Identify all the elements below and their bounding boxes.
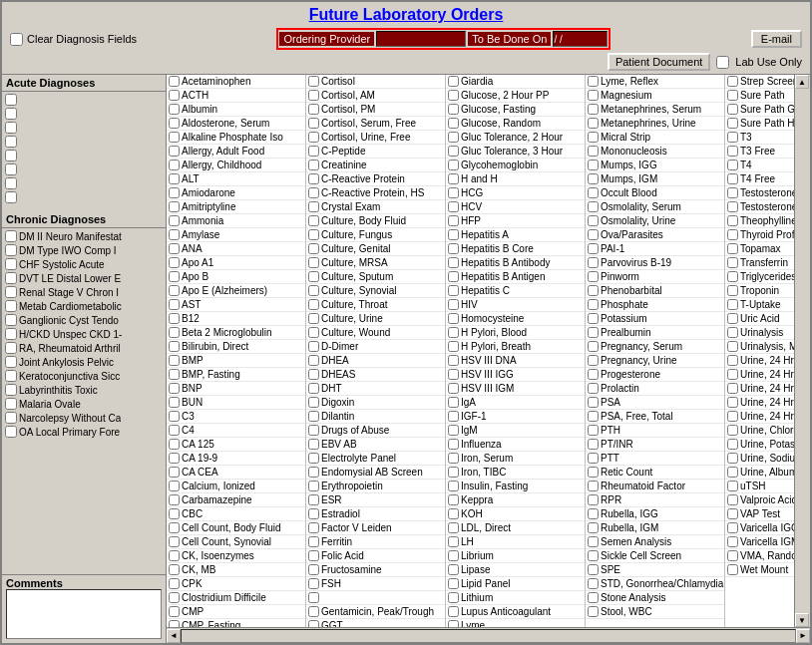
order-checkbox[interactable]	[727, 508, 738, 519]
order-checkbox[interactable]	[448, 257, 459, 268]
chronic-checkbox[interactable]	[5, 314, 17, 326]
order-checkbox[interactable]	[588, 564, 599, 575]
order-checkbox[interactable]	[308, 215, 319, 226]
order-checkbox[interactable]	[169, 243, 180, 254]
to-be-done-input[interactable]	[553, 31, 608, 47]
order-checkbox[interactable]	[448, 606, 459, 617]
scroll-right-button[interactable]: ►	[796, 629, 810, 643]
order-checkbox[interactable]	[448, 118, 459, 129]
order-checkbox[interactable]	[588, 425, 599, 436]
chronic-checkbox[interactable]	[5, 244, 17, 256]
order-checkbox[interactable]	[727, 215, 738, 226]
order-checkbox[interactable]	[169, 467, 180, 478]
order-checkbox[interactable]	[588, 383, 599, 394]
order-checkbox[interactable]	[169, 285, 180, 296]
order-checkbox[interactable]	[308, 187, 319, 198]
clear-checkbox[interactable]	[10, 33, 23, 46]
order-checkbox[interactable]	[169, 453, 180, 464]
order-checkbox[interactable]	[308, 467, 319, 478]
order-checkbox[interactable]	[308, 299, 319, 310]
order-checkbox[interactable]	[169, 118, 180, 129]
order-checkbox[interactable]	[588, 173, 599, 184]
order-checkbox[interactable]	[308, 173, 319, 184]
order-checkbox[interactable]	[308, 160, 319, 170]
order-checkbox[interactable]	[308, 564, 319, 575]
order-checkbox[interactable]	[308, 90, 319, 101]
order-checkbox[interactable]	[448, 453, 459, 464]
email-button[interactable]: E-mail	[751, 30, 802, 48]
order-checkbox[interactable]	[727, 118, 738, 129]
order-checkbox[interactable]	[727, 132, 738, 143]
chronic-checkbox[interactable]	[5, 272, 17, 284]
order-checkbox[interactable]	[588, 327, 599, 338]
order-checkbox[interactable]	[727, 439, 738, 450]
order-checkbox[interactable]	[169, 592, 180, 603]
order-checkbox[interactable]	[308, 285, 319, 296]
order-checkbox[interactable]	[448, 146, 459, 157]
order-checkbox[interactable]	[169, 508, 180, 519]
scroll-down-button[interactable]: ▼	[795, 613, 809, 627]
order-checkbox[interactable]	[448, 215, 459, 226]
order-checkbox[interactable]	[727, 564, 738, 575]
order-checkbox[interactable]	[308, 606, 319, 617]
order-checkbox[interactable]	[448, 481, 459, 491]
order-checkbox[interactable]	[308, 592, 319, 603]
order-checkbox[interactable]	[448, 397, 459, 408]
order-checkbox[interactable]	[169, 355, 180, 366]
order-checkbox[interactable]	[169, 327, 180, 338]
order-checkbox[interactable]	[448, 508, 459, 519]
order-checkbox[interactable]	[588, 341, 599, 352]
order-checkbox[interactable]	[169, 229, 180, 240]
order-checkbox[interactable]	[169, 76, 180, 87]
order-checkbox[interactable]	[448, 369, 459, 380]
order-checkbox[interactable]	[308, 578, 319, 589]
order-checkbox[interactable]	[588, 536, 599, 547]
order-checkbox[interactable]	[588, 313, 599, 324]
order-checkbox[interactable]	[448, 550, 459, 561]
order-checkbox[interactable]	[308, 76, 319, 87]
chronic-checkbox[interactable]	[5, 426, 17, 438]
order-checkbox[interactable]	[727, 397, 738, 408]
order-checkbox[interactable]	[448, 467, 459, 478]
order-checkbox[interactable]	[169, 299, 180, 310]
comments-input[interactable]	[6, 589, 162, 639]
order-checkbox[interactable]	[727, 341, 738, 352]
ordering-provider-input[interactable]	[376, 31, 466, 47]
order-checkbox[interactable]	[727, 187, 738, 198]
chronic-checkbox[interactable]	[5, 286, 17, 298]
order-checkbox[interactable]	[169, 620, 180, 627]
order-checkbox[interactable]	[169, 257, 180, 268]
order-checkbox[interactable]	[588, 285, 599, 296]
order-checkbox[interactable]	[448, 536, 459, 547]
patient-document-button[interactable]: Patient Document	[608, 53, 710, 71]
order-checkbox[interactable]	[308, 327, 319, 338]
order-checkbox[interactable]	[588, 243, 599, 254]
order-checkbox[interactable]	[727, 383, 738, 394]
order-checkbox[interactable]	[169, 90, 180, 101]
order-checkbox[interactable]	[169, 425, 180, 436]
order-checkbox[interactable]	[727, 76, 738, 87]
order-checkbox[interactable]	[448, 355, 459, 366]
order-checkbox[interactable]	[308, 341, 319, 352]
order-checkbox[interactable]	[169, 578, 180, 589]
scroll-left-button[interactable]: ◄	[167, 629, 181, 643]
order-checkbox[interactable]	[727, 313, 738, 324]
order-checkbox[interactable]	[727, 494, 738, 505]
order-checkbox[interactable]	[169, 536, 180, 547]
lab-use-checkbox[interactable]	[716, 56, 729, 69]
order-checkbox[interactable]	[588, 90, 599, 101]
order-checkbox[interactable]	[308, 201, 319, 212]
order-checkbox[interactable]	[727, 453, 738, 464]
chronic-checkbox[interactable]	[5, 230, 17, 242]
order-checkbox[interactable]	[588, 215, 599, 226]
chronic-checkbox[interactable]	[5, 370, 17, 382]
chronic-checkbox[interactable]	[5, 412, 17, 424]
order-checkbox[interactable]	[588, 606, 599, 617]
order-checkbox[interactable]	[448, 187, 459, 198]
order-checkbox[interactable]	[308, 229, 319, 240]
order-checkbox[interactable]	[169, 369, 180, 380]
order-checkbox[interactable]	[727, 299, 738, 310]
order-checkbox[interactable]	[727, 257, 738, 268]
order-checkbox[interactable]	[588, 522, 599, 533]
order-checkbox[interactable]	[588, 271, 599, 282]
